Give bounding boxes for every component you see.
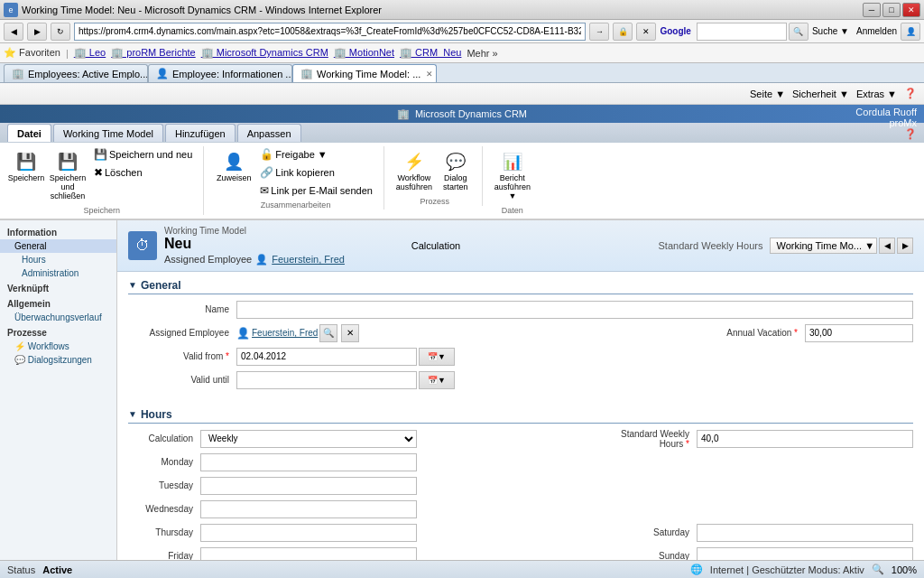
search-options[interactable]: Suche ▼ bbox=[812, 26, 849, 36]
assigned-employee-clear[interactable]: ✕ bbox=[341, 324, 359, 342]
toolbar-more[interactable]: Mehr » bbox=[467, 48, 497, 59]
browser-tab-0[interactable]: 🏢 Employees: Active Emplo... bbox=[4, 64, 148, 82]
ie-cmd-help[interactable]: ❓ bbox=[904, 88, 917, 99]
valid-from-calendar[interactable]: 📅▼ bbox=[419, 348, 455, 366]
ribbon-group-prozess-content: ⚡ Workflow ausführen 💬 Dialog starten bbox=[395, 146, 475, 195]
valid-from-input[interactable] bbox=[236, 348, 417, 366]
tab-label-2: Working Time Model: ... bbox=[317, 69, 420, 79]
sidebar-item-uberwachung[interactable]: Überwachungsverlauf bbox=[0, 311, 116, 324]
browser-tab-1[interactable]: 👤 Employee: Informationen ... bbox=[148, 64, 292, 82]
toolbar-crmneu[interactable]: 🏢 CRM_Neu bbox=[400, 47, 461, 59]
form-header-icon: ⏱ bbox=[128, 231, 157, 260]
window-controls[interactable]: ─ □ ✕ bbox=[863, 3, 920, 17]
valid-from-field: 📅▼ bbox=[236, 348, 913, 366]
toolbar-leo[interactable]: 🏢 Leo bbox=[74, 47, 106, 59]
sidebar-section-prozesse: Prozesse bbox=[0, 324, 116, 340]
address-input[interactable] bbox=[74, 23, 586, 41]
sidebar-item-hours[interactable]: Hours bbox=[0, 253, 116, 266]
ribbon-group-prozess: ⚡ Workflow ausführen 💬 Dialog starten Pr… bbox=[395, 146, 483, 206]
ribbon-tab-anpassen[interactable]: Anpassen bbox=[237, 124, 301, 142]
close-button[interactable]: ✕ bbox=[902, 3, 920, 17]
save-icon: 💾 bbox=[14, 149, 39, 174]
valid-until-calendar[interactable]: 📅▼ bbox=[419, 371, 455, 389]
hours-section-header[interactable]: ▼ Hours bbox=[128, 408, 913, 424]
form-entity-name: Working Time Model bbox=[164, 226, 404, 236]
refresh-button[interactable]: ↻ bbox=[51, 23, 70, 41]
search-input[interactable] bbox=[697, 23, 787, 41]
dialog-button[interactable]: 💬 Dialog starten bbox=[437, 146, 475, 195]
valid-until-input[interactable] bbox=[236, 371, 417, 389]
save-button[interactable]: 💾 Speichern bbox=[7, 146, 45, 186]
form-view-dropdown[interactable]: Working Time Mo... ▼ bbox=[770, 238, 877, 254]
save-close-button[interactable]: 💾 Speichern und schließen bbox=[49, 146, 87, 204]
restore-button[interactable]: □ bbox=[882, 3, 901, 17]
delete-button[interactable]: ✖ Löschen bbox=[90, 164, 196, 181]
monday-input[interactable] bbox=[200, 453, 417, 471]
tuesday-label: Tuesday bbox=[128, 480, 200, 490]
tab-label-1: Employee: Informationen ... bbox=[172, 69, 292, 79]
saturday-input[interactable] bbox=[697, 524, 913, 542]
form-view-next[interactable]: ▶ bbox=[897, 238, 913, 254]
ribbon-tab-hinzufuegen[interactable]: Hinzufügen bbox=[165, 124, 236, 142]
tab-icon-2: 🏢 bbox=[300, 68, 313, 79]
anmelden-icon[interactable]: 👤 bbox=[901, 23, 920, 41]
back-button[interactable]: ◀ bbox=[4, 23, 23, 41]
wednesday-row: Wednesday bbox=[128, 499, 913, 519]
annual-vacation-input[interactable] bbox=[805, 324, 913, 342]
workflow-button[interactable]: ⚡ Workflow ausführen bbox=[395, 146, 433, 195]
hours-toggle-icon: ▼ bbox=[128, 409, 137, 419]
assigned-employee-link[interactable]: Feuerstein, Fred bbox=[252, 328, 318, 338]
crm-title: 🏢 Microsoft Dynamics CRM bbox=[0, 105, 924, 123]
tuesday-input[interactable] bbox=[200, 477, 417, 495]
status-label: Status bbox=[7, 564, 35, 575]
tab-close-2[interactable]: ✕ bbox=[426, 70, 433, 79]
go-button[interactable]: → bbox=[589, 23, 609, 41]
search-button[interactable]: 🔍 bbox=[789, 23, 808, 41]
ie-cmd-seite[interactable]: Seite ▼ bbox=[750, 89, 785, 99]
minimize-button[interactable]: ─ bbox=[863, 3, 881, 17]
person-icon: 👤 bbox=[236, 327, 250, 340]
name-input[interactable] bbox=[236, 301, 913, 319]
header-employee-link[interactable]: Feuerstein, Fred bbox=[272, 254, 345, 265]
sidebar-item-general[interactable]: General bbox=[0, 239, 116, 253]
sidebar-item-administration[interactable]: Administration bbox=[0, 266, 116, 280]
form-record-name: Neu bbox=[164, 236, 404, 252]
valid-from-row: Valid from 📅▼ bbox=[128, 347, 913, 367]
ribbon-tab-wtm[interactable]: Working Time Model bbox=[53, 124, 163, 142]
sidebar-item-dialogsitzungen[interactable]: 💬 Dialogsitzungen bbox=[0, 353, 116, 367]
standard-weekly-label: Standard Weekly Hours bbox=[659, 240, 763, 251]
ie-cmd-sicherheit[interactable]: Sicherheit ▼ bbox=[792, 89, 849, 99]
toolbar-motionnet[interactable]: 🏢 MotionNet bbox=[334, 47, 394, 59]
tab-label-0: Employees: Active Emplo... bbox=[28, 69, 148, 79]
assigned-employee-label: Assigned Employee bbox=[128, 328, 236, 338]
status-value: Active bbox=[42, 564, 72, 575]
toolbar-prorm[interactable]: 🏢 proRM Berichte bbox=[111, 47, 195, 59]
toolbar-dynamics[interactable]: 🏢 Microsoft Dynamics CRM bbox=[201, 47, 328, 59]
form-view-prev[interactable]: ◀ bbox=[879, 238, 895, 254]
bericht-button[interactable]: 📊 Bericht ausführen ▼ bbox=[494, 146, 531, 204]
link-email-button[interactable]: ✉ Link per E-Mail senden bbox=[256, 182, 376, 199]
anmelden-button[interactable]: Anmelden bbox=[856, 26, 897, 36]
ribbon-tab-datei[interactable]: Datei bbox=[7, 124, 51, 142]
calculation-row: Calculation Weekly Monthly Daily Standar… bbox=[128, 429, 913, 449]
link-kopieren-button[interactable]: 🔗 Link kopieren bbox=[256, 164, 376, 181]
thursday-input[interactable] bbox=[200, 524, 417, 542]
wednesday-input[interactable] bbox=[200, 500, 417, 518]
sidebar-section-allgemein: Allgemein bbox=[0, 295, 116, 311]
stop-button[interactable]: ✕ bbox=[636, 23, 656, 41]
sidebar-item-workflows[interactable]: ⚡ Workflows bbox=[0, 340, 116, 353]
general-section-header[interactable]: ▼ General bbox=[128, 279, 913, 294]
std-weekly-hours-input[interactable] bbox=[697, 430, 913, 448]
freigabe-button[interactable]: 🔓 Freigabe ▼ bbox=[256, 146, 376, 163]
assign-button[interactable]: 👤 Zuweisen bbox=[215, 146, 253, 186]
ie-cmd-extras[interactable]: Extras ▼ bbox=[856, 89, 897, 99]
globe-icon: 🌐 bbox=[690, 564, 703, 575]
calculation-select[interactable]: Weekly Monthly Daily bbox=[200, 430, 417, 448]
forward-button[interactable]: ▶ bbox=[27, 23, 47, 41]
save-new-button[interactable]: 💾 Speichern und neu bbox=[90, 146, 196, 163]
crm-help-icon[interactable]: ❓ bbox=[904, 128, 917, 139]
assigned-employee-lookup[interactable]: 🔍 bbox=[319, 324, 337, 342]
saturday-label: Saturday bbox=[606, 527, 697, 537]
browser-icon: e bbox=[4, 3, 18, 17]
browser-tab-2[interactable]: 🏢 Working Time Model: ... ✕ bbox=[292, 64, 437, 82]
